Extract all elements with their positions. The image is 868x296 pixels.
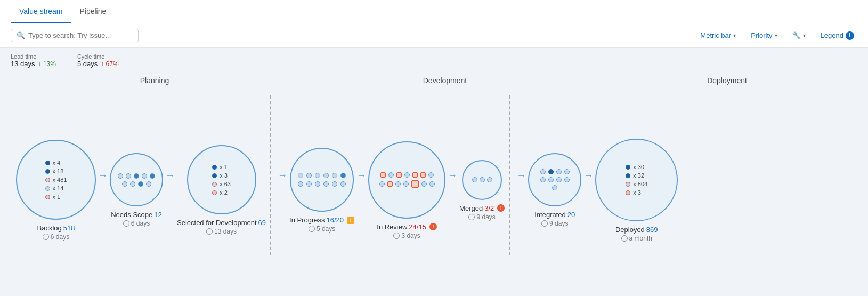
alert-badge: ! — [429, 223, 437, 230]
dot — [142, 173, 147, 179]
dot-red — [45, 178, 50, 182]
selected-dev-label: Selected for Development — [177, 219, 257, 227]
tab-pipeline[interactable]: Pipeline — [71, 1, 115, 23]
metric-bar-label: Metric bar — [700, 31, 731, 39]
legend-button[interactable]: Legend i — [817, 29, 857, 42]
deployed-count: 869 — [646, 226, 658, 234]
clock-icon — [393, 233, 400, 239]
arrow-connector: → — [163, 170, 177, 181]
dot — [626, 165, 630, 170]
legend-row: x 2 — [212, 189, 231, 196]
deployed-label: Deployed — [615, 226, 645, 234]
in-progress-info: In Progress 16/20 ! 5 days — [289, 216, 354, 233]
dot — [315, 181, 320, 187]
clock-icon — [621, 235, 628, 242]
metric-bar-button[interactable]: Metric bar ▾ — [697, 29, 739, 42]
in-progress-node[interactable]: In Progress 16/20 ! 5 days — [289, 148, 354, 233]
legend-row: x 4 — [45, 159, 67, 166]
dot — [552, 185, 557, 190]
deployed-node[interactable]: x 30 x 32 x 804 x 3 — [595, 139, 678, 242]
dot-normal — [45, 186, 50, 191]
tab-value-stream[interactable]: Value stream — [11, 1, 71, 23]
selected-dev-count: 69 — [258, 219, 266, 227]
integrated-node[interactable]: Integrated 20 9 days — [528, 153, 581, 227]
cycle-time-label: Cycle time — [77, 53, 119, 60]
dot — [332, 173, 337, 178]
legend-row: x 14 — [45, 185, 67, 191]
search-input[interactable] — [28, 31, 133, 39]
dot — [315, 173, 320, 178]
clock-icon — [206, 228, 213, 235]
dot — [306, 181, 312, 187]
arrow-connector: → — [514, 170, 528, 181]
chevron-down-icon: ▾ — [775, 33, 777, 38]
warning-badge: ! — [347, 217, 354, 224]
dot-pink — [45, 195, 50, 199]
chevron-down-icon: ▾ — [803, 33, 806, 38]
dot — [429, 181, 435, 187]
chevron-down-icon: ▾ — [733, 33, 736, 38]
dot — [134, 173, 139, 179]
dot — [540, 177, 546, 182]
search-icon: 🔍 — [17, 31, 25, 39]
dot — [138, 181, 143, 187]
cycle-time-metric: Cycle time 5 days ↑ 67% — [77, 53, 119, 68]
merged-node[interactable]: Merged 3/2 ! 9 days — [459, 160, 505, 221]
deployment-stage-label: Deployment — [597, 76, 857, 85]
toolbar-right: Metric bar ▾ Priority ▾ 🔧 ▾ Legend i — [697, 29, 857, 42]
clock-icon — [541, 220, 548, 227]
needs-scope-node[interactable]: Needs Scope 12 6 days — [110, 153, 163, 227]
integrated-count: 20 — [567, 211, 575, 219]
dot — [212, 182, 217, 187]
integrated-label: Integrated — [534, 211, 566, 219]
in-review-node[interactable]: In Review 24/15 ! 3 days — [368, 141, 445, 239]
dot-filled — [45, 161, 50, 165]
dot — [420, 172, 426, 178]
priority-button[interactable]: Priority ▾ — [748, 29, 780, 42]
in-review-label: In Review — [377, 223, 407, 231]
info-icon: i — [846, 31, 854, 40]
arrow-connector: → — [445, 170, 459, 181]
search-box[interactable]: 🔍 — [11, 29, 139, 42]
priority-label: Priority — [751, 31, 772, 39]
in-progress-days: 5 days — [317, 225, 335, 233]
dot — [118, 173, 123, 179]
integrated-days: 9 days — [549, 220, 568, 227]
deployed-info: Deployed 869 a month — [615, 226, 658, 242]
diagram-area: Planning Development Deployment — [0, 71, 868, 296]
arrow-connector: → — [354, 170, 368, 181]
legend-row: x 3 — [626, 189, 647, 196]
needs-scope-days: 6 days — [131, 220, 150, 227]
in-review-info: In Review 24/15 ! 3 days — [377, 223, 437, 239]
development-stage-label: Development — [304, 76, 586, 85]
dot — [323, 173, 329, 178]
backlog-info: Backlog 518 6 days — [37, 224, 75, 241]
dot — [146, 181, 151, 187]
in-progress-count: 16/20 — [327, 216, 344, 224]
in-review-count: 24/15 — [409, 223, 426, 231]
integrated-info: Integrated 20 9 days — [534, 211, 575, 227]
dot — [540, 169, 546, 174]
dot — [548, 169, 554, 174]
merged-count: 3/2 — [484, 204, 494, 212]
wrench-icon: 🔧 — [792, 31, 801, 39]
merged-info: Merged 3/2 ! 9 days — [459, 204, 505, 221]
dot — [556, 169, 562, 174]
dot — [480, 177, 485, 182]
planning-stage-label: Planning — [16, 76, 293, 85]
dot — [340, 173, 346, 178]
dot — [150, 173, 155, 179]
legend-row: x 1 — [212, 164, 231, 170]
dot — [626, 173, 630, 178]
lead-time-change: ↓ 13% — [38, 60, 56, 68]
backlog-label: Backlog — [37, 224, 62, 232]
backlog-count: 518 — [63, 224, 75, 232]
dot — [428, 172, 434, 178]
merged-label: Merged — [459, 204, 483, 212]
dot — [421, 181, 427, 187]
wrench-button[interactable]: 🔧 ▾ — [789, 29, 809, 42]
backlog-node[interactable]: x 4 x 18 x 481 x 14 — [16, 140, 96, 241]
dot — [306, 173, 312, 178]
selected-dev-node[interactable]: x 1 x 3 x 63 x 2 — [177, 145, 266, 235]
dot — [412, 172, 418, 178]
